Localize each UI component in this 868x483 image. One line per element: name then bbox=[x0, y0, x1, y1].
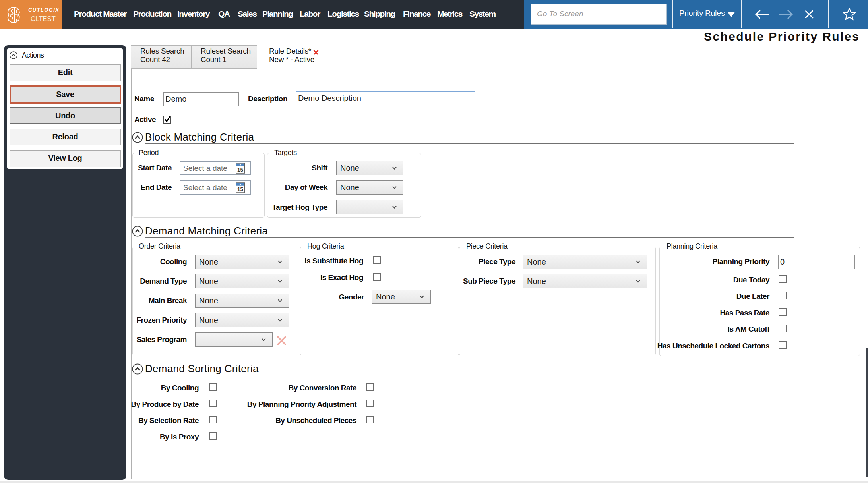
svg-text:15: 15 bbox=[237, 186, 244, 192]
svg-text:15: 15 bbox=[237, 167, 244, 173]
